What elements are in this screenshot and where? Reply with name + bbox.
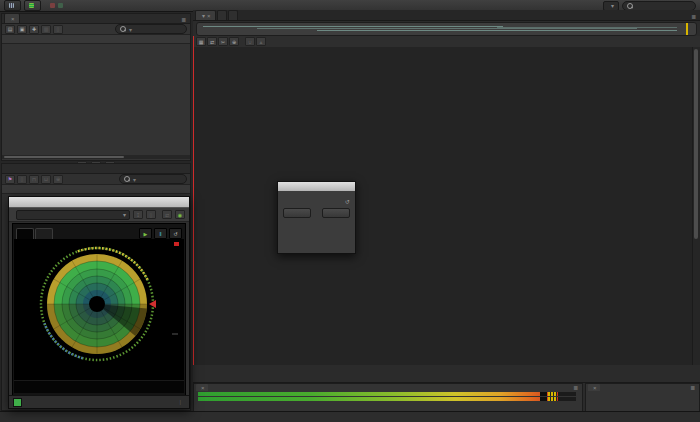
editor-tabbar: ▾ × ≣ [193,10,700,21]
workspace-dropdown[interactable]: ▾ [603,1,619,11]
chevron-down-icon: ▾ [129,26,132,33]
io-icon[interactable]: ⇄ [162,210,172,219]
save-preset-icon[interactable]: ↧ [133,210,143,219]
transport-bar [193,366,700,383]
chevron-down-icon[interactable]: ▾ [202,12,205,19]
new-file-icon[interactable]: ✚ [29,25,39,34]
dialog-title[interactable] [278,182,355,191]
files-search-input[interactable]: ▾ [115,24,187,34]
multitrack-view-button[interactable] [24,0,41,11]
radar-pause-button[interactable]: ‖ [154,228,167,239]
tab-editor[interactable]: ▾ × [195,10,216,20]
tab-levels[interactable]: × [196,384,208,391]
panel-menu-icon[interactable]: ≣ [181,16,188,23]
track-color-dialog: ↺ [277,181,356,254]
plugin-active-icon[interactable] [13,398,22,407]
tab-console[interactable] [228,10,238,20]
status-bar [0,411,700,422]
panel-menu-icon[interactable]: ≣ [690,384,697,391]
waveform-view-button[interactable] [4,0,21,11]
multitrack-icon [29,3,34,8]
tab-mixer[interactable] [217,10,227,20]
tab-files[interactable]: × [4,13,20,23]
markers-tabbar [2,164,190,174]
overview-playhead[interactable] [686,23,688,35]
import-file-icon[interactable]: ▣ [17,25,27,34]
files-toolbar: ▤ ▣ ✚ ▥ ▯ ▾ [2,24,190,35]
export-markers-icon[interactable]: ⊔ [41,175,51,184]
cancel-button[interactable] [283,208,311,218]
scroll-thumb[interactable] [4,156,124,158]
open-file-icon[interactable]: ▤ [5,25,15,34]
reset-icon[interactable]: ↺ [345,198,350,205]
chevron-down-icon: ▾ [133,176,136,183]
playhead[interactable] [193,36,194,365]
tab-radar[interactable] [16,228,34,239]
radar-reset-button[interactable]: ↺ [169,228,182,239]
radar-elapsed-time [172,333,178,335]
toolbar-display-icon-a[interactable] [50,3,55,8]
rack-footer: | [9,395,189,408]
peak-indicator [174,242,179,246]
rack-window-title[interactable] [9,197,189,208]
scroll-thumb[interactable] [694,49,698,239]
help-search-input[interactable] [622,1,696,11]
files-hscrollbar[interactable] [2,155,190,159]
files-panel: × ≣ ▤ ▣ ✚ ▥ ▯ ▾ ▶ ↻ ◉ [1,13,191,161]
close-icon[interactable]: × [207,13,211,19]
peak-tick [149,300,156,308]
close-icon[interactable]: × [11,16,15,22]
preset-dropdown[interactable]: ▾ [16,210,130,220]
markers-column-headers [2,185,190,194]
radar-tabbar: ▶ ‖ ↺ [13,224,185,239]
editor-grid-icon[interactable]: ▦ [196,37,206,46]
radar-graph [38,245,156,363]
close-icon[interactable]: × [201,385,205,391]
waveform-icon [9,3,14,8]
search-icon [627,3,633,9]
files-column-headers [2,35,190,44]
tracks-vscrollbar[interactable] [692,47,700,365]
markers-search-input[interactable]: ▾ [119,174,187,184]
radar-branding [14,380,184,393]
hue-row: ↺ [278,197,355,206]
audition-window: ▾ × ≣ ▤ ▣ ✚ ▥ ▯ ▾ [0,0,700,422]
tab-selection-view[interactable]: × [588,384,600,391]
editor-move-icon[interactable]: ⇄ [207,37,217,46]
metronome-icon[interactable]: ▲ [256,37,266,46]
levels-panel: × ≣ [193,383,583,412]
radar-readout-labels [14,371,184,380]
dialog-buttons [278,206,355,220]
chevron-down-icon: ▾ [123,211,126,218]
media-browser-icon[interactable]: ▥ [41,25,51,34]
session-overview-navigator[interactable] [196,22,697,36]
power-icon[interactable]: ◉ [175,210,185,219]
search-icon [124,176,130,182]
snap-icon[interactable]: ∪ [245,37,255,46]
add-marker-icon[interactable]: ⚑ [5,175,15,184]
editor-insert-icon[interactable]: ⊕ [229,37,239,46]
merge-markers-icon[interactable]: ⊓ [29,175,39,184]
panel-menu-icon[interactable]: ≣ [691,13,698,20]
radar-play-button[interactable]: ▶ [139,228,152,239]
loudness-radar-plugin: ▶ ‖ ↺ [12,223,186,405]
search-icon [120,26,126,32]
level-meter-left [198,392,576,396]
timeline-ruler[interactable] [278,36,692,47]
editor-razor-icon[interactable]: ✂ [218,37,228,46]
level-meter-right [198,397,576,401]
trash-icon[interactable]: ▯ [53,25,63,34]
level-meter-scale [198,403,576,410]
files-list [2,44,190,155]
close-icon[interactable]: × [593,385,597,391]
tab-settings[interactable] [35,228,53,239]
selection-view-panel: × ≣ [585,383,700,412]
markers-toolbar: ⚑ ▯ ⊓ ⊔ ⊕ ▾ [2,174,190,185]
delete-marker-icon[interactable]: ▯ [17,175,27,184]
chevron-down-icon: ▾ [611,2,614,9]
panel-menu-icon[interactable]: ≣ [573,384,580,391]
ok-button[interactable] [322,208,350,218]
toolbar-display-icon-b[interactable] [58,3,63,8]
delete-preset-icon[interactable]: ▯ [146,210,156,219]
insert-marker-icon[interactable]: ⊕ [53,175,63,184]
